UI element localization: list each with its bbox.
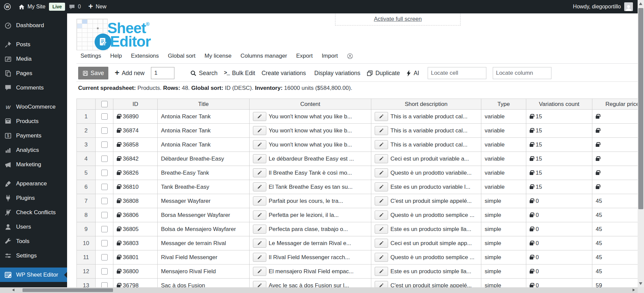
cell-id[interactable]: 36874 bbox=[113, 124, 158, 138]
cell-title[interactable]: Sac à dos Fusion bbox=[158, 279, 250, 288]
row-checkbox[interactable] bbox=[101, 156, 108, 162]
cell-title[interactable]: Messager de terrain Rival bbox=[158, 236, 250, 250]
cell-id[interactable]: 36842 bbox=[113, 152, 158, 166]
add-new-button[interactable]: + Add new bbox=[115, 69, 145, 77]
cell-title[interactable]: Rival Field Messenger bbox=[158, 250, 250, 265]
cell-id[interactable]: 36810 bbox=[113, 180, 158, 194]
row-checkbox[interactable] bbox=[101, 282, 108, 287]
cell-title[interactable]: Messager Wayfarer bbox=[158, 194, 250, 208]
sidebar-item-comments[interactable]: Comments bbox=[0, 80, 67, 95]
activate-fullscreen-link[interactable]: Activate full screen bbox=[374, 16, 422, 22]
edit-cell-button[interactable] bbox=[375, 253, 388, 262]
edit-cell-button[interactable] bbox=[375, 281, 388, 287]
cell-short-description[interactable]: Ceci est un produit simple app... bbox=[371, 236, 481, 250]
cell-short-description[interactable]: This is a variable product cal... bbox=[371, 124, 481, 138]
locate-column-input[interactable] bbox=[493, 67, 551, 79]
cell-short-description[interactable]: C'est un produit simple appelé... bbox=[371, 194, 481, 208]
cell-title[interactable]: Antonia Racer Tank bbox=[158, 124, 250, 138]
duplicate-button[interactable]: Duplicate bbox=[367, 70, 400, 77]
row-checkbox[interactable] bbox=[101, 226, 108, 232]
cell-short-description[interactable]: Este es un producto simple lla... bbox=[371, 222, 481, 236]
cell-type[interactable]: simple bbox=[481, 222, 526, 236]
cell-regular-price[interactable] bbox=[592, 166, 638, 180]
row-checkbox[interactable] bbox=[101, 113, 108, 120]
menu-item-columns-manager[interactable]: Columns manager bbox=[240, 53, 287, 59]
edit-cell-button[interactable] bbox=[253, 140, 266, 149]
cell-short-description[interactable]: Questo è un prodotto semplice ... bbox=[371, 208, 481, 222]
sidebar-item-posts[interactable]: Posts bbox=[0, 37, 67, 52]
my-site-link[interactable]: My Site bbox=[15, 0, 49, 13]
cell-variations-count[interactable]: 15 bbox=[526, 138, 592, 152]
cell-short-description[interactable]: Este es un producto variable l... bbox=[371, 180, 481, 194]
edit-cell-button[interactable] bbox=[375, 196, 388, 206]
cell-title[interactable]: Borsa Messenger Wayfarer bbox=[158, 208, 250, 222]
admin-comments-link[interactable]: 0 bbox=[65, 0, 85, 13]
sidebar-item-payments[interactable]: $Payments bbox=[0, 128, 67, 143]
howdy-text[interactable]: Howdy, diegoportillo bbox=[573, 4, 621, 10]
column-header-content[interactable]: Content bbox=[250, 99, 371, 110]
edit-cell-button[interactable] bbox=[253, 154, 266, 163]
add-count-input[interactable] bbox=[151, 67, 174, 79]
menu-item-help[interactable]: Help bbox=[110, 53, 122, 59]
cell-type[interactable]: simple bbox=[481, 236, 526, 250]
cell-regular-price[interactable] bbox=[592, 152, 638, 166]
cell-id[interactable]: 36808 bbox=[113, 194, 158, 208]
sidebar-item-media[interactable]: Media bbox=[0, 52, 67, 66]
cell-title[interactable]: Mensajero Rival Field bbox=[158, 265, 250, 279]
cell-title[interactable]: Antonia Racer Tank bbox=[158, 110, 250, 124]
cell-content[interactable]: You won't know what you like b... bbox=[250, 138, 371, 152]
row-checkbox[interactable] bbox=[101, 268, 108, 275]
edit-cell-button[interactable] bbox=[253, 267, 266, 276]
edit-cell-button[interactable] bbox=[375, 239, 388, 248]
cell-id[interactable]: 36890 bbox=[113, 110, 158, 124]
cell-short-description[interactable]: This is a variable product cal... bbox=[371, 138, 481, 152]
sidebar-item-analytics[interactable]: Analytics bbox=[0, 143, 67, 157]
column-header-type[interactable]: Type bbox=[481, 99, 526, 110]
cell-type[interactable]: simple bbox=[481, 194, 526, 208]
cell-id[interactable]: 36826 bbox=[113, 166, 158, 180]
scroll-right-arrow[interactable] bbox=[633, 289, 635, 291]
cell-id[interactable]: 36806 bbox=[113, 208, 158, 222]
cell-variations-count[interactable]: 0 bbox=[526, 265, 592, 279]
cell-type[interactable]: variable bbox=[481, 166, 526, 180]
cell-id[interactable]: 36798 bbox=[113, 279, 158, 288]
sidebar-item-products[interactable]: Products bbox=[0, 114, 67, 128]
sidebar-item-marketing[interactable]: Marketing bbox=[0, 157, 67, 172]
cell-type[interactable]: simple bbox=[481, 265, 526, 279]
sidebar-item-woocommerce[interactable]: WWooCommerce bbox=[0, 100, 67, 114]
column-header-title[interactable]: Title bbox=[158, 99, 250, 110]
cell-content[interactable]: Avec le sac à dos Fusion sur l... bbox=[250, 279, 371, 288]
select-all-checkbox[interactable] bbox=[101, 101, 108, 107]
cell-type[interactable]: variable bbox=[481, 124, 526, 138]
cell-type[interactable]: variable bbox=[481, 110, 526, 124]
scroll-left-arrow[interactable] bbox=[12, 289, 14, 291]
cell-content[interactable]: You won't know what you like b... bbox=[250, 124, 371, 138]
cell-content[interactable]: Perfecta para clase, trabajo o... bbox=[250, 222, 371, 236]
row-checkbox[interactable] bbox=[101, 127, 108, 134]
cell-content[interactable]: El mensajero Rival Field empac... bbox=[250, 265, 371, 279]
edit-cell-button[interactable] bbox=[375, 168, 388, 177]
avatar[interactable] bbox=[624, 2, 633, 11]
cell-title[interactable]: Bolsa de Mensajero Wayfarer bbox=[158, 222, 250, 236]
horizontal-scrollbar[interactable] bbox=[0, 287, 638, 293]
cell-regular-price[interactable]: 45 bbox=[592, 208, 638, 222]
cell-short-description[interactable]: Questo è un prodotto variabile... bbox=[371, 166, 481, 180]
cell-short-description[interactable]: Ceci est un produit variable a... bbox=[371, 152, 481, 166]
ai-button[interactable]: AI bbox=[406, 70, 419, 77]
edit-cell-button[interactable] bbox=[253, 112, 266, 121]
cell-variations-count[interactable]: 0 bbox=[526, 250, 592, 265]
edit-cell-button[interactable] bbox=[375, 267, 388, 276]
vertical-scroll-thumb[interactable] bbox=[638, 8, 643, 209]
edit-cell-button[interactable] bbox=[253, 196, 266, 206]
cell-id[interactable]: 36858 bbox=[113, 138, 158, 152]
edit-cell-button[interactable] bbox=[375, 154, 388, 163]
cell-variations-count[interactable]: 15 bbox=[526, 110, 592, 124]
sidebar-item-pages[interactable]: Pages bbox=[0, 66, 67, 80]
cell-regular-price[interactable]: 45 bbox=[592, 236, 638, 250]
cell-content[interactable]: Il Breathe Easy Tank è così mo... bbox=[250, 166, 371, 180]
column-header-regular-price[interactable]: Regular price bbox=[592, 99, 638, 110]
edit-cell-button[interactable] bbox=[253, 225, 266, 234]
cell-variations-count[interactable]: 0 bbox=[526, 194, 592, 208]
cell-variations-count[interactable]: 15 bbox=[526, 180, 592, 194]
edit-cell-button[interactable] bbox=[253, 253, 266, 262]
